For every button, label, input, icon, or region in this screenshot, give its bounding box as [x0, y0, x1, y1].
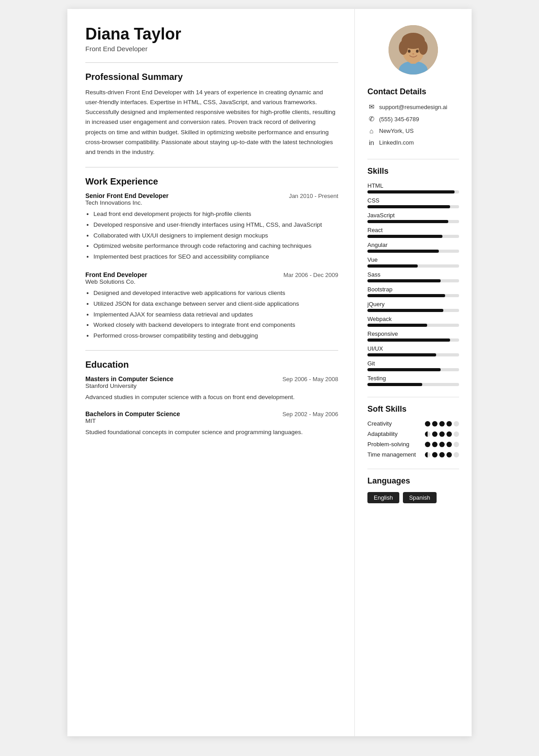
- left-column: Diana Taylor Front End Developer Profess…: [67, 9, 355, 736]
- skill-bar-bg-5: [367, 264, 459, 268]
- contact-skills-divider: [367, 159, 459, 159]
- soft-skill-name-2: Problem-solving: [367, 441, 409, 448]
- skill-bar-bg-10: [367, 338, 459, 342]
- avatar-wrapper: [367, 25, 459, 75]
- work-bullet-0-4: Implemented best practices for SEO and a…: [93, 252, 338, 262]
- work-date-0: Jan 2010 - Present: [289, 193, 338, 199]
- work-bullets-1: Designed and developed interactive web a…: [93, 288, 338, 340]
- dot-1-4: [454, 431, 459, 437]
- dot-1-2: [439, 431, 445, 437]
- skill-bar-bg-8: [367, 309, 459, 312]
- email-icon: ✉: [367, 103, 376, 111]
- skill-row-9: Webpack: [367, 316, 459, 327]
- skill-bar-bg-4: [367, 250, 459, 253]
- edu-desc-0: Advanced studies in computer science wit…: [85, 392, 338, 402]
- work-section-title: Work Experience: [85, 176, 338, 187]
- edu-entry-0: Masters in Computer Science Sep 2006 - M…: [85, 375, 338, 402]
- work-bullet-1-1: Utilized JSON for data exchange between …: [93, 299, 338, 309]
- skill-row-5: Vue: [367, 256, 459, 268]
- work-bullet-1-0: Designed and developed interactive web a…: [93, 288, 338, 298]
- skill-bar-fill-12: [367, 368, 441, 371]
- edu-section-title: Education: [85, 360, 338, 370]
- work-company-1: Web Solutions Co.: [85, 278, 338, 285]
- skill-bar-fill-4: [367, 250, 439, 253]
- soft-skill-name-3: Time management: [367, 451, 416, 458]
- soft-skill-dots-2: [425, 442, 459, 447]
- education-section: Education Masters in Computer Science Se…: [85, 360, 338, 437]
- dot-0-2: [439, 421, 445, 426]
- skills-section: Skills HTML CSS JavaScript React Angular…: [367, 167, 459, 386]
- lang-tag-english: English: [367, 492, 399, 503]
- skill-bar-fill-0: [367, 190, 455, 193]
- skill-name-10: Responsive: [367, 330, 459, 337]
- work-bullet-0-1: Developed responsive and user-friendly i…: [93, 220, 338, 230]
- skill-name-1: CSS: [367, 197, 459, 204]
- language-tags-container: EnglishSpanish: [367, 492, 459, 503]
- skill-row-12: Git: [367, 360, 459, 371]
- soft-skill-row-2: Problem-solving: [367, 441, 459, 448]
- soft-skill-dots-0: [425, 421, 459, 426]
- skill-bar-bg-2: [367, 220, 459, 223]
- skill-row-1: CSS: [367, 197, 459, 208]
- skill-bar-fill-5: [367, 264, 418, 268]
- soft-skills-section: Soft Skills Creativity Adaptability Prob…: [367, 404, 459, 458]
- dot-3-2: [439, 452, 445, 457]
- phone-icon: ✆: [367, 115, 376, 123]
- work-title-0: Senior Front End Developer: [85, 192, 168, 199]
- dot-0-3: [446, 421, 452, 426]
- summary-text: Results-driven Front End Developer with …: [85, 88, 338, 158]
- skill-bar-bg-3: [367, 235, 459, 238]
- skill-bar-fill-10: [367, 338, 450, 342]
- skills-soft-divider: [367, 397, 459, 397]
- work-experience-section: Work Experience Senior Front End Develop…: [85, 176, 338, 340]
- languages-title: Languages: [367, 476, 459, 486]
- dot-3-3: [446, 452, 452, 457]
- skill-name-12: Git: [367, 360, 459, 367]
- work-jobs-container: Senior Front End Developer Jan 2010 - Pr…: [85, 192, 338, 340]
- skill-bar-fill-9: [367, 324, 427, 327]
- skill-bar-fill-11: [367, 353, 436, 356]
- skill-row-8: jQuery: [367, 301, 459, 312]
- skill-bar-fill-7: [367, 294, 445, 297]
- right-column: Contact Details ✉ support@resumedesign.a…: [355, 9, 472, 736]
- dot-3-0: [425, 452, 430, 457]
- skill-bar-bg-11: [367, 353, 459, 356]
- skill-bar-fill-6: [367, 279, 441, 282]
- edu-degree-0: Masters in Computer Science: [85, 375, 173, 382]
- soft-skill-row-0: Creativity: [367, 420, 459, 427]
- skill-bar-fill-3: [367, 235, 442, 238]
- dot-1-3: [446, 431, 452, 437]
- edu-date-0: Sep 2006 - May 2008: [283, 376, 338, 382]
- work-entry-0: Senior Front End Developer Jan 2010 - Pr…: [85, 192, 338, 261]
- skill-name-8: jQuery: [367, 301, 459, 308]
- work-title-1: Front End Developer: [85, 271, 147, 278]
- work-bullet-1-3: Worked closely with backend developers t…: [93, 320, 338, 330]
- svg-point-9: [407, 35, 420, 44]
- dot-3-4: [454, 452, 459, 457]
- skill-row-6: Sass: [367, 271, 459, 282]
- edu-school-1: MIT: [85, 418, 338, 424]
- work-date-1: Mar 2006 - Dec 2009: [283, 272, 338, 278]
- dot-2-4: [454, 442, 459, 447]
- svg-point-10: [408, 50, 411, 53]
- dot-0-4: [454, 421, 459, 426]
- svg-point-12: [412, 53, 414, 55]
- skill-name-2: JavaScript: [367, 212, 459, 219]
- soft-skill-name-1: Adaptability: [367, 431, 398, 437]
- soft-lang-divider: [367, 469, 459, 469]
- dot-3-1: [432, 452, 437, 457]
- skill-name-0: HTML: [367, 182, 459, 189]
- skill-bar-fill-2: [367, 220, 448, 223]
- skill-bar-bg-12: [367, 368, 459, 371]
- lang-tag-spanish: Spanish: [403, 492, 437, 503]
- skills-section-title: Skills: [367, 167, 459, 176]
- soft-skill-name-0: Creativity: [367, 420, 392, 427]
- svg-point-11: [416, 50, 419, 53]
- edu-entries-container: Masters in Computer Science Sep 2006 - M…: [85, 375, 338, 437]
- summary-title: Professional Summary: [85, 72, 338, 82]
- edu-degree-1: Bachelors in Computer Science: [85, 410, 180, 418]
- phone-value: (555) 345-6789: [379, 116, 419, 123]
- dot-0-0: [425, 421, 430, 426]
- soft-skills-title: Soft Skills: [367, 404, 459, 414]
- soft-skill-dots-1: [425, 431, 459, 437]
